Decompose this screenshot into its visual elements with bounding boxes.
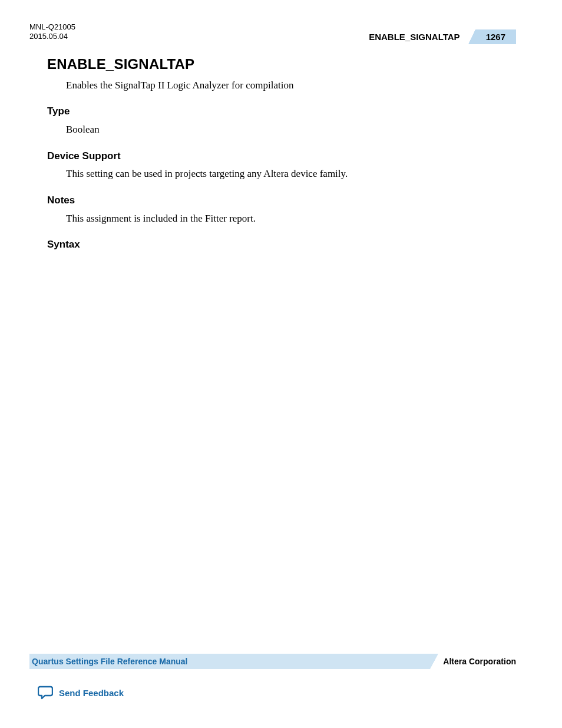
page: MNL-Q21005 2015.05.04 ENABLE_SIGNALTAP 1… [0, 0, 562, 728]
footer-bar: Quartus Settings File Reference Manual A… [29, 654, 516, 669]
section-heading-syntax: Syntax [47, 238, 516, 252]
footer-manual-link[interactable]: Quartus Settings File Reference Manual [29, 657, 188, 666]
header-section-title: ENABLE_SIGNALTAP [369, 29, 468, 44]
footer-company: Altera Corporation [443, 654, 516, 669]
header-right: ENABLE_SIGNALTAP 1267 [369, 29, 516, 44]
section-syntax: Syntax [47, 238, 516, 252]
page-number-badge: 1267 [475, 29, 516, 44]
feedback-row: Send Feedback [29, 686, 516, 700]
doc-id: MNL-Q21005 [29, 22, 75, 32]
section-text-type: Boolean [66, 123, 516, 137]
content-body: ENABLE_SIGNALTAP Enables the SignalTap I… [29, 54, 516, 252]
doc-date: 2015.05.04 [29, 32, 75, 41]
footer-divider-slash [430, 654, 438, 669]
section-device-support: Device Support This setting can be used … [47, 149, 516, 182]
intro-text: Enables the SignalTap II Logic Analyzer … [66, 78, 516, 93]
page-header: MNL-Q21005 2015.05.04 ENABLE_SIGNALTAP 1… [29, 22, 516, 46]
header-meta: MNL-Q21005 2015.05.04 [29, 22, 75, 41]
send-feedback-link[interactable]: Send Feedback [59, 688, 124, 698]
header-divider-slash [468, 29, 475, 44]
section-type: Type Boolean [47, 104, 516, 137]
section-heading-notes: Notes [47, 193, 516, 208]
section-notes: Notes This assignment is included in the… [47, 193, 516, 226]
page-title: ENABLE_SIGNALTAP [47, 54, 516, 75]
section-heading-device-support: Device Support [47, 149, 516, 164]
page-footer: Quartus Settings File Reference Manual A… [29, 654, 516, 700]
speech-bubble-icon [38, 686, 53, 700]
section-text-notes: This assignment is included in the Fitte… [66, 212, 516, 226]
section-heading-type: Type [47, 104, 516, 119]
section-text-device-support: This setting can be used in projects tar… [66, 167, 516, 182]
